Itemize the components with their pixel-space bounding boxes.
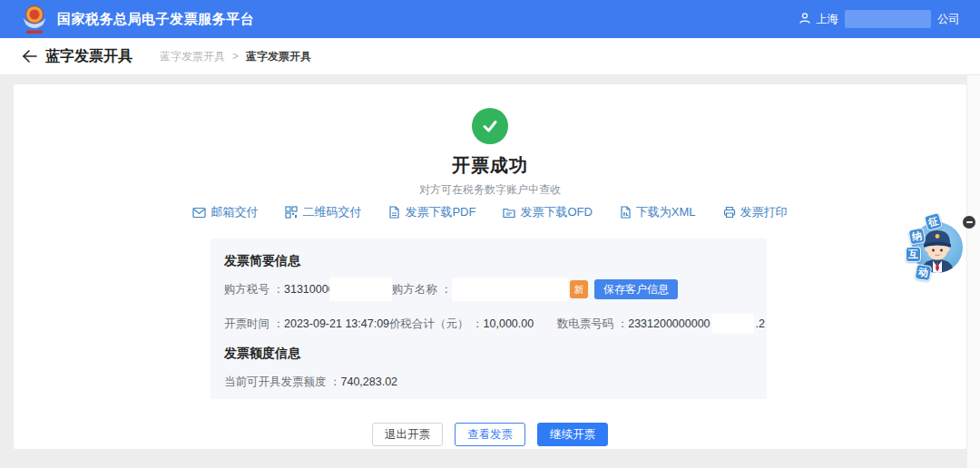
download-ofd-link[interactable]: 发票下载OFD bbox=[503, 204, 592, 220]
user-icon bbox=[799, 12, 811, 27]
breadcrumb-bar: 蓝字发票开具 蓝字发票开具 > 蓝字发票开具 bbox=[0, 38, 980, 75]
app-header: 国家税务总局电子发票服务平台 上海 公司 bbox=[0, 0, 980, 38]
save-customer-info-button[interactable]: 保存客户信息 bbox=[594, 279, 678, 299]
ofd-doc-icon bbox=[503, 207, 515, 219]
download-xml-link[interactable]: 下载为XML bbox=[620, 204, 696, 220]
app-title: 国家税务总局电子发票服务平台 bbox=[57, 11, 254, 28]
continue-invoicing-button[interactable]: 继续开票 bbox=[537, 423, 608, 446]
download-pdf-link[interactable]: 发票下载PDF bbox=[388, 204, 475, 220]
total-amount-field: 价税合计（元） ： 10,000.00 bbox=[389, 317, 557, 332]
tax-assistant-widget[interactable]: 征 纳 互 动 bbox=[906, 214, 967, 288]
success-title: 开票成功 bbox=[14, 153, 966, 178]
assistant-char-na: 纳 bbox=[908, 228, 926, 246]
user-account[interactable]: 上海 公司 bbox=[799, 10, 960, 28]
result-card: 开票成功 对方可在税务数字账户中查收 邮箱交付 二维码交付 bbox=[14, 84, 966, 449]
buyer-tax-no-value: 31310000 bbox=[284, 283, 335, 296]
total-amount-label: 价税合计（元） ： bbox=[389, 317, 483, 332]
footer-actions: 退出开票 查看发票 继续开票 bbox=[14, 423, 966, 446]
summary-row-1: 购方税号 ： 31310000 购方名称 ： 新 保存客户信息 bbox=[224, 277, 756, 302]
envelope-icon bbox=[192, 207, 206, 219]
breadcrumb-separator: > bbox=[232, 50, 239, 63]
view-invoice-button[interactable]: 查看发票 bbox=[455, 423, 525, 446]
xml-doc-icon bbox=[620, 206, 632, 219]
taxation-logo-icon bbox=[20, 4, 49, 34]
page-title: 蓝字发票开具 bbox=[45, 47, 132, 66]
new-badge: 新 bbox=[570, 280, 588, 298]
breadcrumb-parent[interactable]: 蓝字发票开具 bbox=[160, 49, 225, 64]
buyer-name-label: 购方名称 ： bbox=[392, 282, 452, 297]
quota-heading: 发票额度信息 bbox=[224, 346, 300, 362]
redacted-company-name bbox=[845, 10, 931, 28]
digital-invoice-no-tail: .2 bbox=[756, 317, 765, 330]
digital-invoice-no-field: 数电票号码 ： 2331200000000 .2 bbox=[557, 314, 765, 334]
pdf-doc-icon bbox=[388, 206, 400, 219]
back-button[interactable] bbox=[20, 47, 38, 65]
invoice-info-panel: 发票简要信息 购方税号 ： 31310000 购方名称 ： 新 保存客户信息 开… bbox=[211, 239, 767, 399]
action-label: 二维码交付 bbox=[302, 204, 361, 220]
redacted-value bbox=[329, 278, 392, 301]
summary-heading: 发票简要信息 bbox=[224, 253, 300, 269]
quota-label: 当前可开具发票额度 ： bbox=[224, 375, 340, 390]
exit-invoicing-button[interactable]: 退出开票 bbox=[372, 423, 443, 446]
user-company-suffix: 公司 bbox=[937, 12, 960, 27]
qrcode-delivery-link[interactable]: 二维码交付 bbox=[285, 204, 361, 220]
redacted-value bbox=[712, 314, 754, 334]
summary-row-2: 开票时间 ： 2023-09-21 13:47:09 价税合计（元） ： 10,… bbox=[224, 313, 765, 335]
action-label: 发票下载PDF bbox=[405, 204, 475, 220]
digital-invoice-no-value: 2331200000000 bbox=[628, 317, 710, 330]
redacted-value bbox=[452, 278, 568, 301]
invoice-time-label: 开票时间 ： bbox=[224, 317, 284, 332]
assistant-char-dong: 动 bbox=[915, 264, 932, 281]
minus-icon bbox=[966, 221, 973, 223]
quota-row: 当前可开具发票额度 ： 740,283.02 bbox=[224, 371, 397, 393]
printer-icon bbox=[723, 206, 736, 219]
digital-invoice-no-label: 数电票号码 ： bbox=[557, 317, 628, 332]
breadcrumb: 蓝字发票开具 > 蓝字发票开具 bbox=[160, 49, 311, 64]
action-label: 发票下载OFD bbox=[520, 204, 592, 220]
delivery-actions: 邮箱交付 二维码交付 发票下载PDF bbox=[14, 202, 966, 222]
action-label: 下载为XML bbox=[636, 204, 696, 220]
success-subtitle: 对方可在税务数字账户中查收 bbox=[14, 182, 966, 198]
buyer-tax-no-field: 购方税号 ： 31310000 bbox=[224, 278, 392, 301]
user-location: 上海 bbox=[816, 12, 838, 27]
invoice-time-field: 开票时间 ： 2023-09-21 13:47:09 bbox=[224, 317, 389, 332]
quota-value: 740,283.02 bbox=[340, 375, 397, 388]
breadcrumb-current: 蓝字发票开具 bbox=[246, 49, 311, 64]
total-amount-value: 10,000.00 bbox=[484, 317, 534, 330]
assistant-char-hu: 互 bbox=[906, 247, 921, 262]
invoice-time-value: 2023-09-21 13:47:09 bbox=[284, 317, 389, 330]
minimize-widget-button[interactable] bbox=[963, 216, 975, 229]
buyer-tax-no-label: 购方税号 ： bbox=[224, 282, 284, 297]
print-invoice-link[interactable]: 发票打印 bbox=[723, 204, 788, 220]
buyer-name-field: 购方名称 ： bbox=[392, 278, 570, 301]
qrcode-icon bbox=[285, 206, 298, 219]
success-check-icon bbox=[472, 108, 508, 144]
action-label: 发票打印 bbox=[740, 204, 788, 220]
email-delivery-link[interactable]: 邮箱交付 bbox=[192, 204, 258, 220]
action-label: 邮箱交付 bbox=[211, 204, 258, 220]
scrollbar-track[interactable] bbox=[967, 75, 980, 468]
